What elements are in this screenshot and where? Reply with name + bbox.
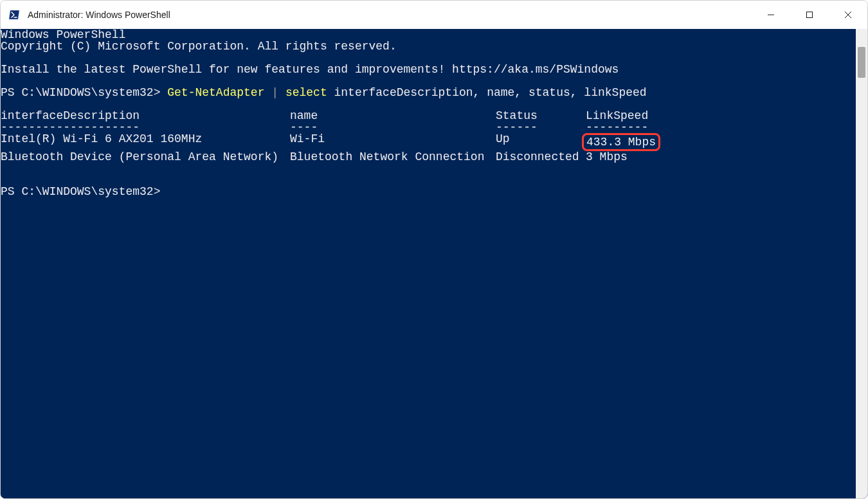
cell-speed: 433.3 Mbps [586,133,669,151]
cell-desc: Bluetooth Device (Personal Area Network) [1,151,290,163]
col-underline: --------- [586,122,669,133]
prompt: PS C:\WINDOWS\system32> [1,86,167,99]
col-underline: ---- [290,122,496,133]
minimize-button[interactable] [752,1,790,29]
cmdlet: select [285,86,327,99]
col-header-status: Status [496,110,586,122]
prompt: PS C:\WINDOWS\system32> [1,185,160,198]
pipe-operator: | [264,86,285,99]
cell-status: Up [496,133,586,145]
scrollbar[interactable] [856,29,867,498]
titlebar[interactable]: Administrator: Windows PowerShell [1,1,867,29]
cell-status: Disconnected [496,151,586,163]
banner-line: Copyright (C) Microsoft Corporation. All… [1,40,397,53]
svg-rect-2 [807,12,813,18]
highlighted-linkspeed: 433.3 Mbps [582,133,660,151]
col-header-desc: interfaceDescription [1,110,290,122]
window-controls [752,1,867,29]
cell-name: Bluetooth Network Connection [290,151,496,163]
col-header-name: name [290,110,496,122]
cell-speed: 3 Mbps [586,151,669,163]
col-underline: ------ [496,122,586,133]
terminal[interactable]: Windows PowerShell Copyright (C) Microso… [1,29,856,498]
scrollbar-thumb[interactable] [858,47,865,78]
maximize-button[interactable] [790,1,829,29]
cmdlet: Get-NetAdapter [167,86,264,99]
window-title: Administrator: Windows PowerShell [28,10,752,20]
col-underline: -------------------- [1,122,290,133]
col-header-speed: LinkSpeed [586,110,669,122]
install-message: Install the latest PowerShell for new fe… [1,63,619,76]
powershell-icon [8,9,20,21]
terminal-area: Windows PowerShell Copyright (C) Microso… [1,29,867,498]
cmd-args: interfaceDescription, name, status, link… [327,86,647,99]
cell-desc: Intel(R) Wi-Fi 6 AX201 160MHz [1,133,290,145]
powershell-window: Administrator: Windows PowerShell Window… [0,0,868,499]
cell-name: Wi-Fi [290,133,496,145]
close-button[interactable] [829,1,867,29]
